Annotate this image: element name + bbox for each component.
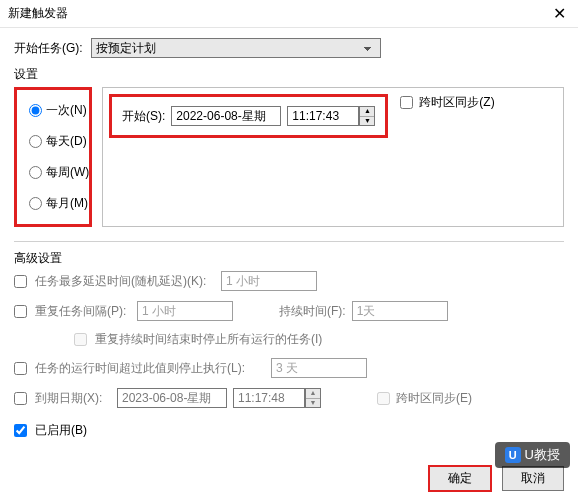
start-datetime-panel: 开始(S): ▲▼: [109, 94, 388, 138]
tz-sync-label: 跨时区同步(Z): [419, 94, 494, 111]
delay-checkbox[interactable]: [14, 275, 27, 288]
settings-detail-panel: 开始(S): ▲▼ 跨时区同步(Z): [102, 87, 564, 227]
cancel-button[interactable]: 取消: [502, 466, 564, 491]
radio-monthly[interactable]: 每月(M): [29, 195, 77, 212]
stop-after-select[interactable]: 3 天: [271, 358, 367, 378]
enabled-label: 已启用(B): [35, 422, 87, 439]
spinner-up-icon[interactable]: ▲: [360, 107, 374, 117]
expire-tz-label: 跨时区同步(E): [396, 390, 472, 407]
divider: [14, 241, 564, 242]
begin-task-select[interactable]: 按预定计划: [91, 38, 381, 58]
start-label: 开始(S):: [122, 108, 165, 125]
begin-task-label: 开始任务(G):: [14, 40, 83, 57]
start-time-input[interactable]: [287, 106, 359, 126]
repeat-checkbox[interactable]: [14, 305, 27, 318]
tz-sync-checkbox[interactable]: [400, 96, 413, 109]
delay-select[interactable]: 1 小时: [221, 271, 317, 291]
expire-checkbox[interactable]: [14, 392, 27, 405]
repeat-label: 重复任务间隔(P):: [35, 303, 131, 320]
delay-label: 任务最多延迟时间(随机延迟)(K):: [35, 273, 215, 290]
start-date-input[interactable]: [171, 106, 281, 126]
ok-button[interactable]: 确定: [428, 465, 492, 492]
close-icon[interactable]: ✕: [549, 4, 570, 23]
spinner-up-icon[interactable]: ▲: [306, 389, 320, 399]
duration-label: 持续时间(F):: [279, 303, 346, 320]
radio-weekly[interactable]: 每周(W): [29, 164, 77, 181]
stop-after-label: 任务的运行时间超过此值则停止执行(L):: [35, 360, 265, 377]
schedule-radio-group: 一次(N) 每天(D) 每周(W) 每月(M): [14, 87, 92, 227]
stop-at-end-label: 重复持续时间结束时停止所有运行的任务(I): [95, 331, 322, 348]
expire-spinner[interactable]: ▲▼: [305, 388, 321, 408]
expire-label: 到期日期(X):: [35, 390, 111, 407]
expire-time-input[interactable]: [233, 388, 305, 408]
expire-date-input[interactable]: [117, 388, 227, 408]
window-title: 新建触发器: [8, 5, 68, 22]
spinner-down-icon[interactable]: ▼: [360, 117, 374, 126]
repeat-interval-select[interactable]: 1 小时: [137, 301, 233, 321]
stop-at-end-checkbox: [74, 333, 87, 346]
time-spinner[interactable]: ▲▼: [359, 106, 375, 126]
duration-select[interactable]: 1天: [352, 301, 448, 321]
enabled-checkbox[interactable]: [14, 424, 27, 437]
titlebar: 新建触发器 ✕: [0, 0, 578, 28]
expire-tz-checkbox: [377, 392, 390, 405]
radio-daily[interactable]: 每天(D): [29, 133, 77, 150]
advanced-group-label: 高级设置: [14, 250, 564, 267]
spinner-down-icon[interactable]: ▼: [306, 399, 320, 408]
stop-after-checkbox[interactable]: [14, 362, 27, 375]
radio-once[interactable]: 一次(N): [29, 102, 77, 119]
settings-group-label: 设置: [14, 66, 564, 83]
